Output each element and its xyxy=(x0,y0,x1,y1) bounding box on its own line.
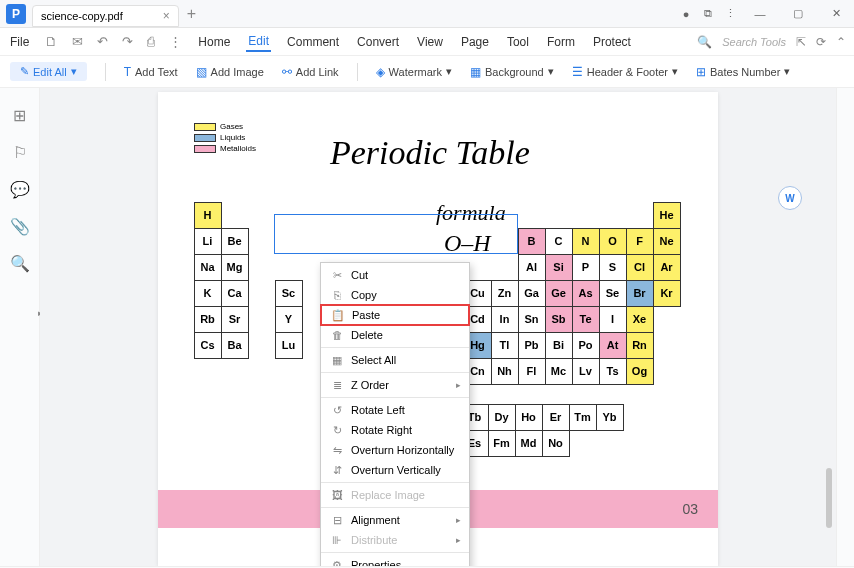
ctx-select-all[interactable]: ▦Select All xyxy=(321,350,469,370)
add-text-button[interactable]: TAdd Text xyxy=(124,65,178,79)
flip-v-icon: ⇵ xyxy=(329,464,345,477)
menu-edit[interactable]: Edit xyxy=(246,32,271,52)
element-empty xyxy=(653,358,681,385)
add-image-button[interactable]: ▧Add Image xyxy=(196,65,264,79)
element-Fm: Fm xyxy=(488,430,516,457)
ctx-distribute-label: Distribute xyxy=(351,534,397,546)
ctx-cut[interactable]: ✂Cut xyxy=(321,265,469,285)
minimize-button[interactable]: — xyxy=(742,2,778,26)
menu-file[interactable]: File xyxy=(8,33,31,51)
element-empty xyxy=(596,430,624,457)
ctx-paste[interactable]: 📋Paste xyxy=(320,304,470,326)
element-Y: Y xyxy=(275,306,303,333)
element-Ts: Ts xyxy=(599,358,627,385)
watermark-label: Watermark xyxy=(389,66,442,78)
ctx-overturn-h[interactable]: ⇋Overturn Horizontally xyxy=(321,440,469,460)
search-icon[interactable]: 🔍 xyxy=(697,35,712,49)
collapse-ribbon-icon[interactable]: ⌃ xyxy=(836,35,846,49)
menu-comment[interactable]: Comment xyxy=(285,33,341,51)
element-empty xyxy=(272,430,300,457)
element-empty xyxy=(248,280,276,307)
comments-icon[interactable]: 💬 xyxy=(10,180,30,199)
element-empty xyxy=(410,228,438,255)
share-icon[interactable]: ⧉ xyxy=(698,2,718,26)
element-empty xyxy=(623,404,651,431)
element-K: K xyxy=(194,280,222,307)
element-empty xyxy=(221,358,249,385)
search-panel-icon[interactable]: 🔍 xyxy=(10,254,30,273)
undo-icon[interactable]: ↶ xyxy=(97,34,108,49)
menu-convert[interactable]: Convert xyxy=(355,33,401,51)
app-icon: P xyxy=(6,4,26,24)
ctx-rotate-right[interactable]: ↻Rotate Right xyxy=(321,420,469,440)
open-external-icon[interactable]: ⇱ xyxy=(796,35,806,49)
bookmarks-icon[interactable]: ⚐ xyxy=(13,143,27,162)
distribute-icon: ⊪ xyxy=(329,534,345,547)
menu-overflow-icon[interactable]: ⋮ xyxy=(720,2,740,26)
element-Fl: Fl xyxy=(518,358,546,385)
redo-icon[interactable]: ↷ xyxy=(122,34,133,49)
menu-view[interactable]: View xyxy=(415,33,445,51)
menu-form[interactable]: Form xyxy=(545,33,577,51)
element-P: P xyxy=(572,254,600,281)
more-icon[interactable]: ⋮ xyxy=(169,34,182,49)
save-icon[interactable]: 🗋 xyxy=(45,34,58,49)
ctx-properties[interactable]: ⚙Properties xyxy=(321,555,469,566)
element-empty xyxy=(383,228,411,255)
element-empty xyxy=(275,254,303,281)
watermark-button[interactable]: ◈Watermark▾ xyxy=(376,65,452,79)
ctx-rotate-left[interactable]: ↺Rotate Left xyxy=(321,400,469,420)
add-link-button[interactable]: ⚯Add Link xyxy=(282,65,339,79)
mail-icon[interactable]: ✉ xyxy=(72,34,83,49)
menu-home[interactable]: Home xyxy=(196,33,232,51)
chevron-down-icon: ▾ xyxy=(71,65,77,78)
attachments-icon[interactable]: 📎 xyxy=(10,217,30,236)
element-Li: Li xyxy=(194,228,222,255)
ctx-copy[interactable]: ⎘Copy xyxy=(321,285,469,305)
element-Xe: Xe xyxy=(626,306,654,333)
ctx-delete[interactable]: 🗑Delete xyxy=(321,325,469,345)
link-icon: ⚯ xyxy=(282,65,292,79)
document-tab[interactable]: science-copy.pdf × xyxy=(32,5,179,27)
menu-tool[interactable]: Tool xyxy=(505,33,531,51)
pencil-icon: ✎ xyxy=(20,65,29,78)
add-text-label: Add Text xyxy=(135,66,178,78)
bates-button[interactable]: ⊞Bates Number▾ xyxy=(696,65,790,79)
element-At: At xyxy=(599,332,627,359)
ctx-alignment[interactable]: ⊟Alignment▸ xyxy=(321,510,469,530)
ctx-overturn-v[interactable]: ⇵Overturn Vertically xyxy=(321,460,469,480)
element-empty xyxy=(329,228,357,255)
element-empty xyxy=(545,202,573,229)
element-empty xyxy=(275,358,303,385)
element-Sn: Sn xyxy=(518,306,546,333)
element-As: As xyxy=(572,280,600,307)
tab-add-icon[interactable]: + xyxy=(187,5,196,23)
element-Mg: Mg xyxy=(221,254,249,281)
element-empty xyxy=(599,202,627,229)
word-badge-icon[interactable]: W xyxy=(778,186,802,210)
element-empty xyxy=(302,202,330,229)
edit-all-button[interactable]: ✎Edit All▾ xyxy=(10,62,87,81)
element-O: O xyxy=(599,228,627,255)
cloud-icon[interactable]: ⟳ xyxy=(816,35,826,49)
premium-icon[interactable]: ● xyxy=(676,2,696,26)
menu-protect[interactable]: Protect xyxy=(591,33,633,51)
bates-label: Bates Number xyxy=(710,66,780,78)
ctx-z-order[interactable]: ≣Z Order▸ xyxy=(321,375,469,395)
element-empty xyxy=(572,202,600,229)
header-footer-button[interactable]: ☰Header & Footer▾ xyxy=(572,65,678,79)
ctx-z-order-label: Z Order xyxy=(351,379,389,391)
thumbnails-icon[interactable]: ⊞ xyxy=(13,106,26,125)
tab-close-icon[interactable]: × xyxy=(163,9,170,23)
legend-swatch-metalloids xyxy=(194,145,216,153)
element-empty xyxy=(518,202,546,229)
search-input[interactable]: Search Tools xyxy=(722,36,786,48)
maximize-button[interactable]: ▢ xyxy=(780,2,816,26)
edit-all-label: Edit All xyxy=(33,66,67,78)
background-button[interactable]: ▦Background▾ xyxy=(470,65,554,79)
element-Og: Og xyxy=(626,358,654,385)
menu-page[interactable]: Page xyxy=(459,33,491,51)
print-icon[interactable]: ⎙ xyxy=(147,34,155,49)
close-button[interactable]: ✕ xyxy=(818,2,854,26)
vertical-scrollbar[interactable] xyxy=(826,468,832,528)
